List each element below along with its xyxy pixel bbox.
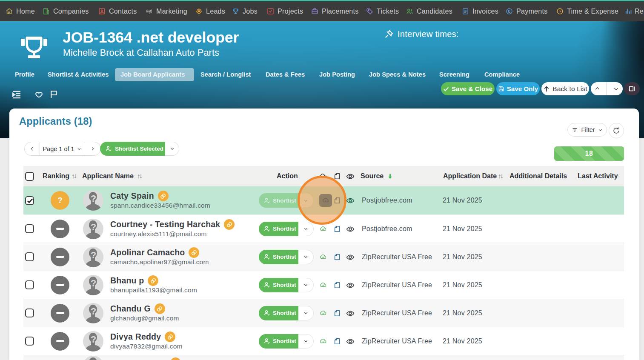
svg-text:?: ? (91, 250, 96, 260)
svg-text:?: ? (91, 222, 96, 232)
svg-text:?: ? (91, 334, 96, 345)
svg-text:?: ? (91, 306, 96, 317)
svg-text:?: ? (91, 278, 96, 289)
svg-text:?: ? (91, 193, 96, 204)
